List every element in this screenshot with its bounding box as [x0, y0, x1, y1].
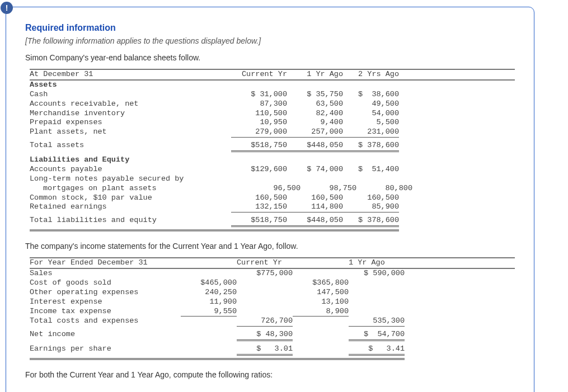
cell: Retained earnings: [30, 202, 231, 212]
cell: Net income: [30, 330, 181, 341]
cell: 80,800: [356, 184, 412, 193]
cell: Accounts receivable, net: [30, 100, 231, 109]
cell: $518,750: [231, 216, 287, 227]
cell: $ 3.01: [237, 344, 293, 356]
info-badge-icon: !: [1, 2, 13, 14]
cell: $775,000: [237, 269, 293, 278]
cell: $448,050: [287, 216, 343, 227]
table-row: Plant assets, net 279,000 257,000 231,00…: [30, 127, 515, 138]
context-subtitle: [The following information applies to th…: [25, 36, 515, 45]
cell: [293, 258, 349, 268]
bs-header-row: At December 31 Current Yr 1 Yr Ago 2 Yrs…: [30, 69, 515, 81]
cell: $ 74,000: [287, 165, 343, 174]
cell: [293, 330, 349, 341]
cell: Merchandise inventory: [30, 109, 231, 119]
cell: [293, 344, 349, 356]
income-statement-table: For Year Ended December 31 Current Yr 1 …: [30, 257, 515, 356]
cell: 160,500: [231, 193, 287, 203]
bs-hdr-c3: 2 Yrs Ago: [343, 70, 399, 79]
cell: Total liabilities and equity: [30, 216, 231, 227]
cell: [293, 269, 349, 278]
cell: 535,300: [349, 317, 405, 327]
cell: $129,600: [231, 165, 287, 174]
cell: 9,550: [181, 307, 237, 317]
cell: Common stock, $10 par value: [30, 193, 231, 203]
cell: $518,750: [231, 141, 287, 152]
table-row: Cost of goods sold $465,000 $365,800: [30, 278, 515, 288]
cell: 11,900: [181, 297, 237, 307]
cell: 49,500: [343, 100, 399, 109]
bs-total-assets-row: Total assets $518,750 $448,050 $ 378,600: [30, 141, 515, 152]
is-header-row: For Year Ended December 31 Current Yr 1 …: [30, 257, 515, 269]
cell: 13,100: [293, 297, 349, 307]
cell: [181, 317, 237, 327]
table-row: Cash $ 31,000 $ 35,750 $ 38,600: [30, 90, 515, 100]
balance-sheet-table: At December 31 Current Yr 1 Yr Ago 2 Yrs…: [30, 69, 515, 227]
cell: 279,000: [231, 127, 287, 138]
bs-liab-label: Liabilities and Equity: [30, 155, 515, 165]
cell: 54,000: [343, 109, 399, 119]
cell: $ 3.41: [349, 344, 405, 356]
cell: Earnings per share: [30, 344, 181, 356]
cell: 160,500: [287, 193, 343, 203]
cell: 726,700: [237, 317, 293, 327]
table-row: Long-term notes payable secured by: [30, 174, 515, 184]
cell: $465,000: [181, 278, 237, 288]
cell: [349, 297, 405, 307]
cell: 257,000: [287, 127, 343, 138]
table-row: Retained earnings 132,150 114,800 85,900: [30, 202, 515, 212]
cell: Plant assets, net: [30, 127, 231, 138]
bs-total-liab-row: Total liabilities and equity $518,750 $4…: [30, 216, 515, 227]
cell: Interest expense: [30, 297, 181, 307]
table-row: Other operating expenses 240,250 147,500: [30, 288, 515, 297]
cell: 8,900: [293, 307, 349, 317]
cell: $ 54,700: [349, 330, 405, 341]
is-hdr-label: For Year Ended December 31: [30, 258, 181, 268]
cell: Cost of goods sold: [30, 278, 181, 288]
table-footer-divider: [30, 358, 405, 360]
cell: $365,800: [293, 278, 349, 288]
cell: 98,750: [301, 184, 356, 193]
cell: 110,500: [231, 109, 287, 119]
is-eps-row: Earnings per share $ 3.01 $ 3.41: [30, 344, 515, 356]
table-row: Sales $775,000 $ 590,000: [30, 269, 515, 278]
cell: Long-term notes payable secured by: [30, 174, 231, 184]
cell: mortgages on plant assets: [30, 184, 245, 193]
cell: 63,500: [287, 100, 343, 109]
table-row: Income tax expense 9,550 8,900: [30, 307, 515, 317]
cell: $ 378,600: [343, 141, 399, 152]
cell: 147,500: [293, 288, 349, 297]
cell: [237, 278, 293, 288]
cell: 240,250: [181, 288, 237, 297]
cell: $ 38,600: [343, 90, 399, 100]
cell: Income tax expense: [30, 307, 181, 317]
cell: [293, 317, 349, 327]
cell: 96,500: [245, 184, 301, 193]
cell: Accounts payable: [30, 165, 231, 174]
cell: Total costs and expenses: [30, 317, 181, 327]
table-row: Interest expense 11,900 13,100: [30, 297, 515, 307]
cell: 132,150: [231, 202, 287, 212]
cell: 231,000: [343, 127, 399, 138]
cell: Prepaid expenses: [30, 118, 231, 127]
table-row: Accounts receivable, net 87,300 63,500 4…: [30, 100, 515, 109]
cell: 87,300: [231, 100, 287, 109]
cell: $ 590,000: [349, 269, 405, 278]
cell: 160,500: [343, 193, 399, 203]
cell: 114,800: [287, 202, 343, 212]
cell: $ 378,600: [343, 216, 399, 227]
cell: Other operating expenses: [30, 288, 181, 297]
cell: Cash: [30, 90, 231, 100]
question-card: ! Required information [The following in…: [6, 7, 534, 392]
cell: [349, 278, 405, 288]
cell: Sales: [30, 269, 181, 278]
closing-text: For both the Current Year and 1 Year Ago…: [25, 370, 515, 379]
bs-hdr-c1: Current Yr: [231, 70, 287, 79]
intro-text: Simon Company's year-end balance sheets …: [25, 53, 515, 62]
bs-hdr-c2: 1 Yr Ago: [287, 70, 343, 79]
table-row: Accounts payable $129,600 $ 74,000 $ 51,…: [30, 165, 515, 174]
cell: 82,400: [287, 109, 343, 119]
cell: [181, 330, 237, 341]
bs-assets-label: Assets: [30, 81, 515, 90]
table-row: Total costs and expenses 726,700 535,300: [30, 317, 515, 327]
